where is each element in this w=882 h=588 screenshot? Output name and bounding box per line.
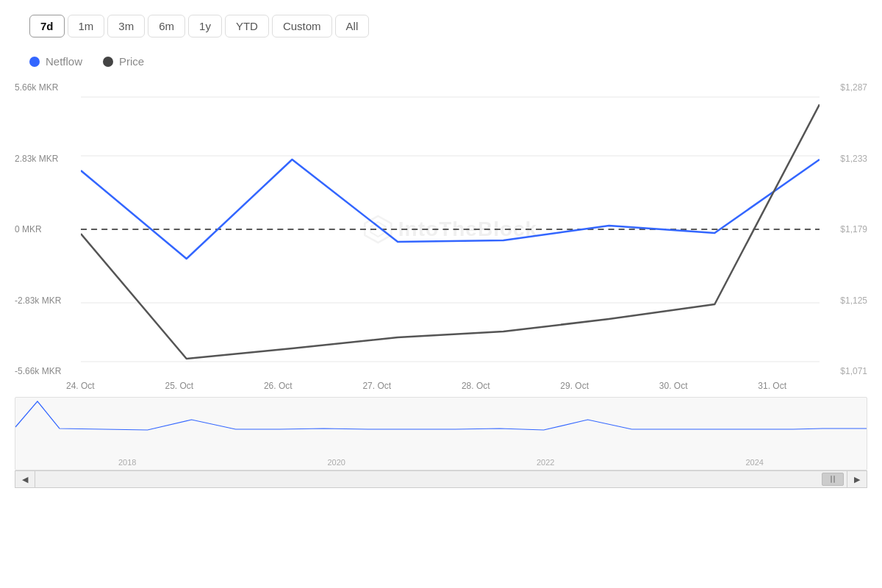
y-right-label-4: $1,071	[820, 366, 867, 376]
time-btn-1y[interactable]: 1y	[188, 15, 222, 37]
scroll-thumb-lines	[831, 476, 835, 483]
scroll-thumb-line-2	[833, 476, 835, 483]
mini-year-2018: 2018	[118, 458, 136, 467]
legend-label-price: Price	[119, 55, 144, 68]
mini-chart-container: 2018202020222024	[15, 397, 867, 470]
time-btn-all[interactable]: All	[335, 15, 370, 37]
y-left-label-0: 5.66k MKR	[15, 82, 81, 93]
time-range-selector: 7d1m3m6m1yYTDCustomAll	[0, 15, 882, 49]
y-right-label-3: $1,125	[820, 295, 867, 306]
scroll-right-button[interactable]: ▶	[847, 470, 867, 488]
scroll-thumb[interactable]	[822, 473, 844, 486]
x-axis: 24. Oct25. Oct26. Oct27. Oct28. Oct29. O…	[0, 376, 853, 391]
mini-year-labels: 2018202020222024	[15, 456, 867, 468]
scroll-thumb-line-1	[831, 476, 832, 483]
mini-chart-section: 2018202020222024 ◀ ▶	[0, 397, 882, 488]
main-container: 7d1m3m6m1yYTDCustomAll Netflow Price 5.6…	[0, 0, 882, 588]
chart-svg-area: IntoTheBlock	[81, 82, 820, 376]
chart-lines	[81, 82, 820, 376]
legend-item-price: Price	[103, 55, 144, 68]
time-btn-6m[interactable]: 6m	[148, 15, 185, 37]
scroll-left-button[interactable]: ◀	[15, 470, 35, 488]
mini-chart-svg	[15, 398, 867, 456]
x-label-3: 27. Oct	[362, 381, 391, 391]
y-right-label-1: $1,233	[820, 154, 867, 164]
chart-wrapper: 5.66k MKR2.83k MKR0 MKR-2.83k MKR-5.66k …	[0, 82, 882, 391]
mini-year-2024: 2024	[746, 458, 764, 467]
y-left-label-4: -5.66k MKR	[15, 366, 81, 376]
y-axis-right: $1,287$1,233$1,179$1,125$1,071	[820, 82, 867, 376]
y-left-label-3: -2.83k MKR	[15, 295, 81, 306]
y-axis-left: 5.66k MKR2.83k MKR0 MKR-2.83k MKR-5.66k …	[15, 82, 81, 376]
x-label-1: 25. Oct	[165, 381, 193, 391]
time-btn-ytd[interactable]: YTD	[225, 15, 269, 37]
x-label-2: 26. Oct	[264, 381, 293, 391]
y-left-label-2: 0 MKR	[15, 224, 81, 234]
scroll-bar: ◀ ▶	[15, 470, 867, 488]
scroll-track[interactable]	[35, 470, 847, 488]
x-label-7: 31. Oct	[758, 381, 786, 391]
legend-dot-price	[103, 57, 113, 67]
time-btn-custom[interactable]: Custom	[272, 15, 332, 37]
legend-dot-netflow	[29, 57, 40, 67]
x-label-4: 28. Oct	[462, 381, 490, 391]
chart-legend: Netflow Price	[0, 49, 882, 82]
time-btn-7d[interactable]: 7d	[29, 15, 65, 37]
y-left-label-1: 2.83k MKR	[15, 154, 81, 164]
x-label-6: 30. Oct	[659, 381, 688, 391]
x-label-5: 29. Oct	[560, 381, 589, 391]
y-right-label-2: $1,179	[820, 224, 867, 234]
mini-year-2022: 2022	[537, 458, 554, 467]
main-chart: 5.66k MKR2.83k MKR0 MKR-2.83k MKR-5.66k …	[15, 82, 867, 376]
mini-chart-inner	[15, 398, 867, 456]
time-btn-3m[interactable]: 3m	[107, 15, 145, 37]
time-btn-1m[interactable]: 1m	[68, 15, 105, 37]
y-right-label-0: $1,287	[820, 82, 867, 93]
legend-item-netflow: Netflow	[29, 55, 82, 68]
x-label-0: 24. Oct	[66, 381, 95, 391]
mini-year-2020: 2020	[328, 458, 345, 467]
legend-label-netflow: Netflow	[46, 55, 82, 68]
